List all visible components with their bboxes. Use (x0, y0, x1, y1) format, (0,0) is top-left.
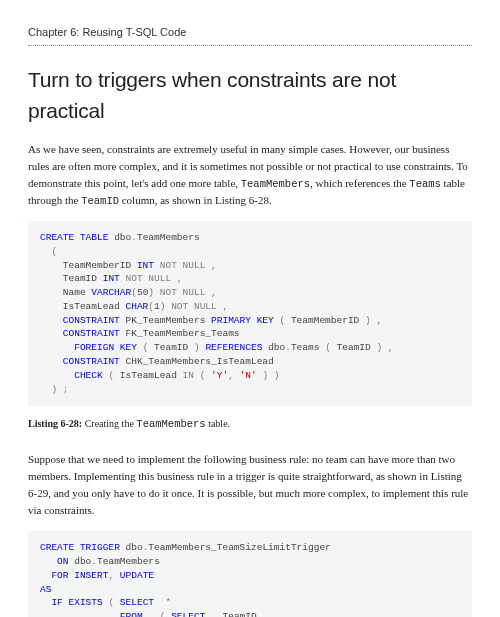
str: 'N' (240, 370, 257, 381)
kw: REFERENCES (205, 342, 262, 353)
kw: CONSTRAINT (63, 315, 120, 326)
kw: NOT (171, 301, 188, 312)
t: Name (40, 287, 91, 298)
t: CHK_TeamMembers_IsTeamLead (120, 356, 274, 367)
op: ) (274, 370, 280, 381)
kw: PRIMARY (211, 315, 251, 326)
t: TeamMemberID (285, 315, 365, 326)
kw: NULL (183, 287, 206, 298)
kw: FROM (120, 611, 143, 617)
kw: CONSTRAINT (63, 356, 120, 367)
op: , (171, 273, 182, 284)
t: dbo (69, 556, 92, 567)
kw: NULL (194, 301, 217, 312)
kw: IN (183, 370, 194, 381)
kw: CREATE (40, 542, 74, 553)
t (40, 315, 63, 326)
code-listing-6-29: CREATE TRIGGER dbo.TeamMembers_TeamSizeL… (28, 531, 472, 617)
str: 'Y' (211, 370, 228, 381)
t (40, 556, 57, 567)
para1-text-d: column, as shown in Listing 6-28. (119, 194, 272, 206)
t: Teams (291, 342, 325, 353)
paragraph-1: As we have seen, constraints are extreme… (28, 141, 472, 210)
t: TeamID (40, 273, 103, 284)
t (40, 384, 51, 395)
kw: NULL (148, 273, 171, 284)
kw: SELECT (171, 611, 205, 617)
t: FK_TeamMembers_Teams (120, 328, 240, 339)
op: ; (63, 384, 69, 395)
kw: IF (51, 597, 62, 608)
t (154, 597, 165, 608)
op: , (262, 611, 268, 617)
kw: TABLE (80, 232, 109, 243)
kw: CONSTRAINT (63, 328, 120, 339)
kw: EXISTS (69, 597, 103, 608)
t: TeamID (148, 342, 194, 353)
chapter-header: Chapter 6: Reusing T-SQL Code (28, 24, 472, 45)
kw: VARCHAR (91, 287, 131, 298)
paragraph-2: Suppose that we need to implement the fo… (28, 451, 472, 519)
kw: ON (57, 556, 68, 567)
t (40, 342, 74, 353)
t (40, 570, 51, 581)
op: , (382, 342, 393, 353)
kw: INSERT (74, 570, 108, 581)
t (40, 356, 63, 367)
listing-caption-6-28: Listing 6-28: Creating the TeamMembers t… (28, 416, 472, 433)
t (40, 597, 51, 608)
kw: SELECT (120, 597, 154, 608)
kw: FOREIGN (74, 342, 114, 353)
t: IsTeamLead (40, 301, 126, 312)
t: TeamID (331, 342, 377, 353)
t: TeamID (205, 611, 262, 617)
t: TeamMembers_TeamSizeLimitTrigger (148, 542, 330, 553)
caption-text-c: table. (206, 418, 230, 429)
kw: CREATE (40, 232, 74, 243)
kw: NOT (160, 287, 177, 298)
kw: INT (103, 273, 120, 284)
t: PK_TeamMembers (120, 315, 211, 326)
t (40, 328, 63, 339)
kw: KEY (120, 342, 137, 353)
t (40, 611, 120, 617)
section-heading: Turn to triggers when constraints are no… (28, 64, 472, 127)
caption-code: TeamMembers (136, 418, 205, 430)
caption-text-b: Creating the (82, 418, 136, 429)
inline-code-teammembers: TeamMembers (241, 178, 310, 190)
inline-code-teams: Teams (409, 178, 441, 190)
kw: TRIGGER (80, 542, 120, 553)
t: dbo (262, 342, 285, 353)
op: , (205, 287, 216, 298)
para1-text-b: , which references the (310, 177, 409, 189)
op: ( (40, 246, 57, 257)
code-listing-6-28: CREATE TABLE dbo.TeamMembers ( TeamMembe… (28, 221, 472, 406)
t: TeamMembers (97, 556, 160, 567)
kw: INT (137, 260, 154, 271)
header-rule (28, 45, 472, 46)
op: , (371, 315, 382, 326)
op: , (205, 260, 216, 271)
kw: FOR (51, 570, 68, 581)
t (40, 370, 74, 381)
kw: CHECK (74, 370, 103, 381)
kw: AS (40, 584, 51, 595)
kw: NOT (160, 260, 177, 271)
caption-label: Listing 6-28: (28, 418, 82, 429)
kw: NULL (183, 260, 206, 271)
op: , (217, 301, 228, 312)
kw: CHAR (126, 301, 149, 312)
kw: UPDATE (120, 570, 154, 581)
t (143, 611, 160, 617)
t: IsTeamLead (114, 370, 182, 381)
kw: KEY (257, 315, 274, 326)
t: 50 (137, 287, 148, 298)
t: TeamMemberID (40, 260, 137, 271)
t: dbo (108, 232, 131, 243)
inline-code-teamid: TeamID (81, 195, 119, 207)
t: TeamMembers (137, 232, 200, 243)
op: * (165, 597, 171, 608)
kw: NOT (126, 273, 143, 284)
t: dbo (120, 542, 143, 553)
